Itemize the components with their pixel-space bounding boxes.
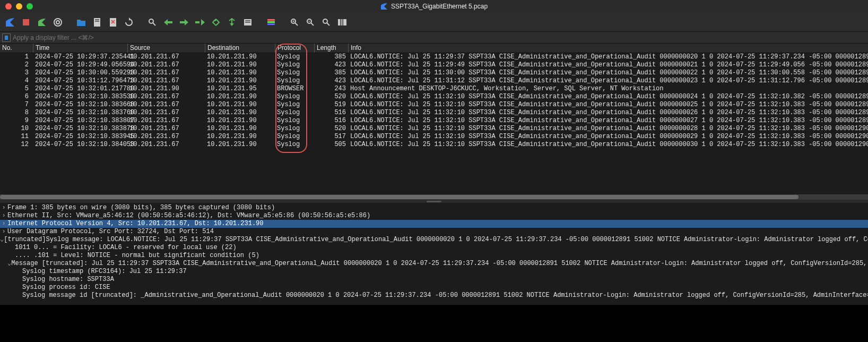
go-to-packet-button[interactable] xyxy=(193,15,207,29)
svg-rect-9 xyxy=(195,21,199,23)
column-header-length[interactable]: Length xyxy=(314,44,348,53)
tree-row-ip: ›Internet Protocol Version 4, Src: 10.20… xyxy=(0,220,868,228)
svg-point-7 xyxy=(149,19,153,23)
reload-file-button[interactable] xyxy=(122,15,136,29)
svg-rect-28 xyxy=(5,36,8,40)
bytes-pane-placeholder xyxy=(0,305,868,342)
svg-line-21 xyxy=(311,23,314,25)
svg-rect-13 xyxy=(267,19,275,21)
open-file-button[interactable] xyxy=(74,15,88,29)
tree-row-syslog: ⌄[truncated]Syslog message: LOCAL6.NOTIC… xyxy=(0,236,868,244)
window-zoom-icon[interactable] xyxy=(27,3,33,10)
svg-line-8 xyxy=(153,23,155,25)
go-back-button[interactable] xyxy=(161,15,175,29)
window-minimize-icon[interactable] xyxy=(16,3,22,10)
auto-scroll-button[interactable] xyxy=(241,15,255,29)
svg-point-2 xyxy=(56,21,59,24)
tree-row-messageid: Syslog message id [truncated]: _Administ… xyxy=(0,292,868,300)
titlebar: SSPT33A_GigabitEthernet 5.pcap xyxy=(0,0,868,13)
svg-rect-26 xyxy=(341,19,343,25)
packet-row[interactable]: 92024-07-25 10:32:10.38380710.201.231.67… xyxy=(0,117,868,125)
packet-details-pane[interactable]: ›Frame 1: 385 bytes on wire (3080 bits),… xyxy=(0,203,868,303)
packet-row[interactable]: 32024-07-25 10:30:00.55929310.201.231.67… xyxy=(0,69,868,77)
column-header-protocol[interactable]: Protocol xyxy=(275,44,314,53)
horizontal-scrollbar[interactable] xyxy=(0,194,868,200)
svg-rect-5 xyxy=(95,21,99,22)
svg-point-1 xyxy=(54,19,62,26)
bookmark-filter-icon[interactable] xyxy=(2,33,11,42)
svg-rect-11 xyxy=(245,20,250,21)
close-file-button[interactable] xyxy=(106,15,120,29)
packet-row[interactable]: 22024-07-25 10:29:49.05659410.201.231.67… xyxy=(0,61,868,69)
svg-rect-15 xyxy=(267,23,275,25)
packet-row[interactable]: 72024-07-25 10:32:10.38366810.201.231.67… xyxy=(0,101,868,109)
column-header-source[interactable]: Source xyxy=(127,44,205,53)
tree-row-processid: Syslog process id: CISE xyxy=(0,284,868,292)
go-to-first-button[interactable] xyxy=(209,15,223,29)
packet-row[interactable]: 102024-07-25 10:32:10.38387810.201.231.6… xyxy=(0,125,868,133)
packet-row[interactable]: 12024-07-25 10:29:37.23544110.201.231.67… xyxy=(0,53,868,61)
collapse-icon[interactable]: ⌄ xyxy=(0,236,4,244)
tree-row-hostname: Syslog hostname: SSPT33A xyxy=(0,276,868,284)
packet-row[interactable]: 62024-07-25 10:32:10.38353010.201.231.67… xyxy=(0,93,868,101)
svg-rect-14 xyxy=(267,21,275,23)
colorize-button[interactable] xyxy=(264,15,278,29)
expand-icon[interactable]: › xyxy=(0,220,7,228)
zoom-in-button[interactable] xyxy=(288,15,301,29)
svg-rect-25 xyxy=(338,19,340,25)
expand-icon[interactable]: › xyxy=(0,204,7,212)
packet-list-pane: 12024-07-25 10:29:37.23544110.201.231.67… xyxy=(0,53,868,200)
expand-icon[interactable]: › xyxy=(0,228,7,236)
packet-row[interactable]: 82024-07-25 10:32:10.38376010.201.231.67… xyxy=(0,109,868,117)
go-forward-button[interactable] xyxy=(177,15,191,29)
collapse-icon[interactable]: ⌄ xyxy=(7,260,11,268)
packet-row[interactable]: 122024-07-25 10:32:10.38405310.201.231.6… xyxy=(0,141,868,149)
tree-row-timestamp: Syslog timestamp (RFC3164): Jul 25 11:29… xyxy=(0,268,868,276)
expand-icon[interactable]: › xyxy=(0,212,7,220)
wireshark-fin-icon xyxy=(380,3,388,10)
display-filter-input[interactable] xyxy=(12,34,868,41)
tree-row-udp: ›User Datagram Protocol, Src Port: 32724… xyxy=(0,228,868,236)
packet-row[interactable]: 112024-07-25 10:32:10.38394510.201.231.6… xyxy=(0,133,868,141)
filter-bar xyxy=(0,32,868,44)
tree-row-ethernet: ›Ethernet II, Src: VMware_a5:46:12 (00:5… xyxy=(0,212,868,220)
tree-row-message: ⌄Message [truncated]: Jul 25 11:29:37 SS… xyxy=(0,260,868,268)
save-file-button[interactable] xyxy=(90,15,104,29)
zoom-reset-button[interactable] xyxy=(319,15,333,29)
svg-line-24 xyxy=(327,23,329,25)
capture-options-button[interactable] xyxy=(51,15,65,29)
packet-row[interactable]: 52024-07-25 10:32:01.21778010.201.231.90… xyxy=(0,85,868,93)
column-header-destination[interactable]: Destination xyxy=(205,44,275,53)
stop-capture-button[interactable] xyxy=(19,15,33,29)
svg-rect-27 xyxy=(343,19,346,25)
window-title: SSPT33A_GigabitEthernet 5.pcap xyxy=(391,3,488,10)
tree-row-frame: ›Frame 1: 385 bytes on wire (3080 bits),… xyxy=(0,204,868,212)
svg-line-17 xyxy=(295,23,298,25)
svg-rect-12 xyxy=(245,22,250,23)
find-packet-button[interactable] xyxy=(145,15,159,29)
tree-row-level: .... .101 = Level: NOTICE - normal but s… xyxy=(0,252,868,260)
column-header-info[interactable]: Info xyxy=(348,44,868,53)
resize-columns-button[interactable] xyxy=(335,15,349,29)
svg-rect-4 xyxy=(95,19,99,20)
column-header-no[interactable]: No. xyxy=(0,44,33,53)
go-to-last-button[interactable] xyxy=(225,15,239,29)
window-close-icon[interactable] xyxy=(5,3,12,10)
zoom-out-button[interactable] xyxy=(303,15,317,29)
restart-capture-button[interactable] xyxy=(35,15,49,29)
packet-row[interactable]: 42024-07-25 10:31:12.79647310.201.231.67… xyxy=(0,77,868,85)
svg-point-23 xyxy=(323,19,327,23)
start-capture-button[interactable] xyxy=(3,15,17,29)
tree-row-facility: 1011 0... = Facility: LOCAL6 - reserved … xyxy=(0,244,868,252)
packet-list-header: No. Time Source Destination Protocol Len… xyxy=(0,44,868,53)
packet-list[interactable]: 12024-07-25 10:29:37.23544110.201.231.67… xyxy=(0,53,868,149)
svg-rect-0 xyxy=(23,19,29,25)
column-header-time[interactable]: Time xyxy=(33,44,127,53)
toolbar xyxy=(0,13,868,32)
